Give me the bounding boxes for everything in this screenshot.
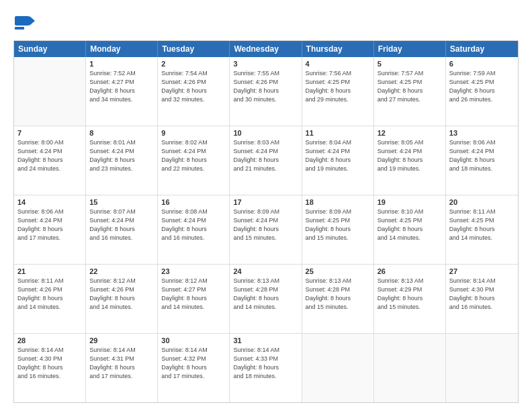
cal-cell: 2Sunrise: 7:54 AM Sunset: 4:26 PM Daylig… <box>158 57 230 126</box>
svg-rect-0 <box>15 16 30 26</box>
cal-cell: 21Sunrise: 8:11 AM Sunset: 4:26 PM Dayli… <box>14 265 86 333</box>
day-number: 15 <box>89 198 154 206</box>
day-number: 1 <box>89 60 154 68</box>
day-number: 31 <box>233 336 298 345</box>
day-number: 22 <box>89 267 154 275</box>
cal-cell: 4Sunrise: 7:56 AM Sunset: 4:25 PM Daylig… <box>302 57 374 126</box>
day-info: Sunrise: 7:59 AM Sunset: 4:25 PM Dayligh… <box>449 69 515 104</box>
day-number: 26 <box>378 267 442 275</box>
day-info: Sunrise: 8:03 AM Sunset: 4:24 PM Dayligh… <box>233 138 298 173</box>
cal-cell: 16Sunrise: 8:08 AM Sunset: 4:24 PM Dayli… <box>158 195 230 264</box>
day-info: Sunrise: 8:11 AM Sunset: 4:26 PM Dayligh… <box>17 277 82 312</box>
day-number: 30 <box>161 336 226 345</box>
day-number: 23 <box>161 267 226 275</box>
week-row-1: 1Sunrise: 7:52 AM Sunset: 4:27 PM Daylig… <box>14 57 518 126</box>
day-number: 13 <box>449 129 515 137</box>
calendar: SundayMondayTuesdayWednesdayThursdayFrid… <box>13 40 519 403</box>
day-info: Sunrise: 8:14 AM Sunset: 4:33 PM Dayligh… <box>233 346 298 381</box>
page: SundayMondayTuesdayWednesdayThursdayFrid… <box>0 0 532 411</box>
week-row-4: 21Sunrise: 8:11 AM Sunset: 4:26 PM Dayli… <box>14 264 518 333</box>
cal-cell: 14Sunrise: 8:06 AM Sunset: 4:24 PM Dayli… <box>14 195 86 264</box>
day-info: Sunrise: 8:14 AM Sunset: 4:30 PM Dayligh… <box>449 277 515 312</box>
cal-cell: 20Sunrise: 8:11 AM Sunset: 4:25 PM Dayli… <box>446 195 518 264</box>
cal-cell: 17Sunrise: 8:09 AM Sunset: 4:24 PM Dayli… <box>230 195 302 264</box>
day-header-saturday: Saturday <box>446 41 518 57</box>
day-info: Sunrise: 8:05 AM Sunset: 4:24 PM Dayligh… <box>378 138 442 173</box>
cal-cell: 5Sunrise: 7:57 AM Sunset: 4:25 PM Daylig… <box>374 57 446 126</box>
day-header-friday: Friday <box>374 41 446 57</box>
day-number: 3 <box>233 60 298 68</box>
cal-cell <box>14 57 86 126</box>
header <box>13 12 519 34</box>
cal-cell <box>374 334 446 402</box>
day-number: 19 <box>378 198 442 206</box>
cal-cell: 25Sunrise: 8:13 AM Sunset: 4:28 PM Dayli… <box>302 265 374 333</box>
day-header-tuesday: Tuesday <box>158 41 230 57</box>
week-row-5: 28Sunrise: 8:14 AM Sunset: 4:30 PM Dayli… <box>14 333 518 402</box>
cal-cell: 6Sunrise: 7:59 AM Sunset: 4:25 PM Daylig… <box>446 57 518 126</box>
cal-cell: 13Sunrise: 8:06 AM Sunset: 4:24 PM Dayli… <box>446 126 518 195</box>
day-info: Sunrise: 8:01 AM Sunset: 4:24 PM Dayligh… <box>89 138 154 173</box>
day-info: Sunrise: 7:57 AM Sunset: 4:25 PM Dayligh… <box>378 69 442 104</box>
day-header-thursday: Thursday <box>302 41 374 57</box>
day-number: 4 <box>306 60 370 68</box>
day-info: Sunrise: 8:11 AM Sunset: 4:25 PM Dayligh… <box>449 208 515 242</box>
day-header-monday: Monday <box>86 41 158 57</box>
day-info: Sunrise: 7:55 AM Sunset: 4:26 PM Dayligh… <box>233 69 298 104</box>
day-number: 11 <box>306 129 370 137</box>
cal-cell: 28Sunrise: 8:14 AM Sunset: 4:30 PM Dayli… <box>14 334 86 402</box>
day-info: Sunrise: 8:13 AM Sunset: 4:29 PM Dayligh… <box>378 277 442 312</box>
day-info: Sunrise: 8:14 AM Sunset: 4:32 PM Dayligh… <box>161 346 226 381</box>
cal-cell: 12Sunrise: 8:05 AM Sunset: 4:24 PM Dayli… <box>374 126 446 195</box>
day-info: Sunrise: 8:08 AM Sunset: 4:24 PM Dayligh… <box>161 208 226 242</box>
week-row-3: 14Sunrise: 8:06 AM Sunset: 4:24 PM Dayli… <box>14 195 518 264</box>
day-number: 21 <box>17 267 82 275</box>
day-number: 28 <box>17 336 82 345</box>
day-info: Sunrise: 8:12 AM Sunset: 4:27 PM Dayligh… <box>161 277 226 312</box>
day-info: Sunrise: 8:06 AM Sunset: 4:24 PM Dayligh… <box>449 138 515 173</box>
svg-rect-2 <box>15 27 24 30</box>
day-number: 14 <box>17 198 82 206</box>
day-number: 12 <box>378 129 442 137</box>
day-number: 7 <box>17 129 82 137</box>
day-info: Sunrise: 8:13 AM Sunset: 4:28 PM Dayligh… <box>306 277 370 312</box>
week-row-2: 7Sunrise: 8:00 AM Sunset: 4:24 PM Daylig… <box>14 126 518 195</box>
day-number: 9 <box>161 129 226 137</box>
cal-cell: 18Sunrise: 8:09 AM Sunset: 4:25 PM Dayli… <box>302 195 374 264</box>
cal-cell: 15Sunrise: 8:07 AM Sunset: 4:24 PM Dayli… <box>86 195 158 264</box>
cal-cell: 1Sunrise: 7:52 AM Sunset: 4:27 PM Daylig… <box>86 57 158 126</box>
cal-cell: 23Sunrise: 8:12 AM Sunset: 4:27 PM Dayli… <box>158 265 230 333</box>
day-info: Sunrise: 8:12 AM Sunset: 4:26 PM Dayligh… <box>89 277 154 312</box>
day-number: 18 <box>306 198 370 206</box>
cal-cell: 9Sunrise: 8:02 AM Sunset: 4:24 PM Daylig… <box>158 126 230 195</box>
day-info: Sunrise: 8:02 AM Sunset: 4:24 PM Dayligh… <box>161 138 226 173</box>
day-info: Sunrise: 8:00 AM Sunset: 4:24 PM Dayligh… <box>17 138 82 173</box>
day-info: Sunrise: 7:56 AM Sunset: 4:25 PM Dayligh… <box>306 69 370 104</box>
calendar-header: SundayMondayTuesdayWednesdayThursdayFrid… <box>14 41 518 57</box>
day-header-sunday: Sunday <box>14 41 86 57</box>
cal-cell: 19Sunrise: 8:10 AM Sunset: 4:25 PM Dayli… <box>374 195 446 264</box>
day-header-wednesday: Wednesday <box>230 41 302 57</box>
calendar-body: 1Sunrise: 7:52 AM Sunset: 4:27 PM Daylig… <box>14 57 518 402</box>
day-number: 20 <box>449 198 515 206</box>
day-info: Sunrise: 7:52 AM Sunset: 4:27 PM Dayligh… <box>89 69 154 104</box>
day-number: 27 <box>449 267 515 275</box>
day-number: 10 <box>233 129 298 137</box>
day-number: 8 <box>89 129 154 137</box>
cal-cell: 24Sunrise: 8:13 AM Sunset: 4:28 PM Dayli… <box>230 265 302 333</box>
day-info: Sunrise: 8:10 AM Sunset: 4:25 PM Dayligh… <box>378 208 442 242</box>
cal-cell: 7Sunrise: 8:00 AM Sunset: 4:24 PM Daylig… <box>14 126 86 195</box>
day-number: 2 <box>161 60 226 68</box>
day-number: 6 <box>449 60 515 68</box>
cal-cell: 22Sunrise: 8:12 AM Sunset: 4:26 PM Dayli… <box>86 265 158 333</box>
day-info: Sunrise: 7:54 AM Sunset: 4:26 PM Dayligh… <box>161 69 226 104</box>
day-info: Sunrise: 8:14 AM Sunset: 4:31 PM Dayligh… <box>89 346 154 381</box>
day-info: Sunrise: 8:13 AM Sunset: 4:28 PM Dayligh… <box>233 277 298 312</box>
cal-cell: 10Sunrise: 8:03 AM Sunset: 4:24 PM Dayli… <box>230 126 302 195</box>
day-info: Sunrise: 8:09 AM Sunset: 4:25 PM Dayligh… <box>306 208 370 242</box>
day-number: 5 <box>378 60 442 68</box>
day-number: 24 <box>233 267 298 275</box>
day-info: Sunrise: 8:14 AM Sunset: 4:30 PM Dayligh… <box>17 346 82 381</box>
cal-cell <box>302 334 374 402</box>
logo <box>13 12 38 34</box>
